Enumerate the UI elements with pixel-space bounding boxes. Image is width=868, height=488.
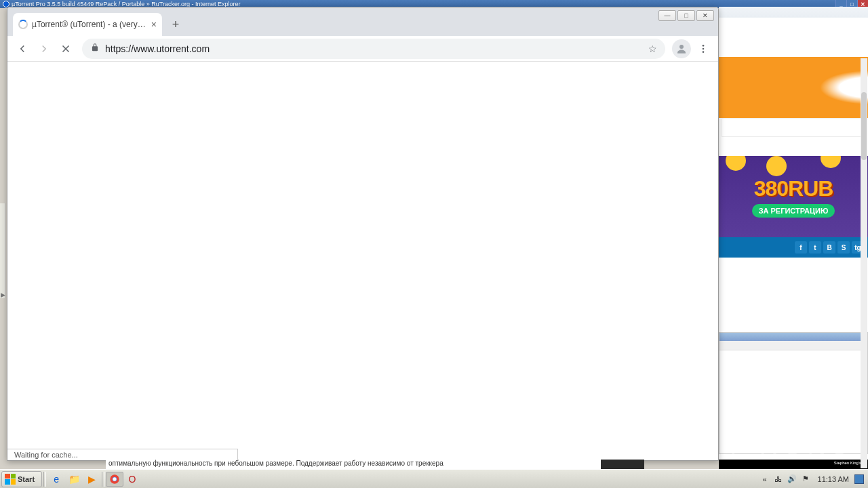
lock-icon[interactable] (90, 43, 100, 54)
taskbar-separator (102, 472, 104, 487)
chrome-system-buttons: — □ ✕ (658, 10, 714, 21)
movie-subtitle: Stephen King's (834, 461, 861, 465)
chrome-maximize-button[interactable]: □ (677, 10, 695, 21)
taskbar-separator (43, 472, 46, 487)
coins-graphic (726, 156, 746, 171)
ie-expand-arrow-icon[interactable]: ▶ (1, 291, 5, 298)
content-block (722, 118, 865, 137)
new-tab-button[interactable]: + (166, 15, 185, 34)
chrome-status-bar: Waiting for cache... (7, 449, 238, 460)
ie-scrollbar[interactable] (861, 58, 867, 468)
tab-title: µTorrent® (uTorrent) - a (very) tiny (32, 20, 147, 29)
chrome-minimize-button[interactable]: — (658, 10, 676, 21)
svg-point-2 (703, 47, 705, 49)
taskbar-explorer-icon[interactable]: 📁 (65, 472, 83, 487)
profile-button[interactable] (672, 39, 691, 58)
tray-expand-icon[interactable]: « (760, 474, 770, 485)
start-label: Start (18, 475, 35, 483)
social-twitter-icon[interactable]: t (809, 241, 821, 253)
chrome-window: — □ ✕ µTorrent® (uTorrent) - a (very) ti… (7, 7, 719, 461)
chrome-content-area: Waiting for cache... (7, 62, 718, 460)
svg-point-3 (703, 51, 705, 53)
chrome-tab-active[interactable]: µTorrent® (uTorrent) - a (very) tiny × (13, 13, 162, 36)
svg-point-6 (113, 477, 116, 481)
taskbar: Start e 📁 ▶ O « 🖧 🔊 ⚑ 11:13 AM (0, 469, 868, 488)
taskbar-ie-icon[interactable]: e (47, 472, 65, 487)
bookmark-star-icon[interactable]: ☆ (648, 43, 657, 54)
system-tray: « 🖧 🔊 ⚑ 11:13 AM (760, 474, 868, 485)
chrome-tabstrip-area: — □ ✕ µTorrent® (uTorrent) - a (very) ti… (7, 7, 718, 36)
social-skype-icon[interactable]: S (837, 241, 850, 253)
chrome-menu-button[interactable] (694, 39, 713, 58)
ie-left-bar (0, 203, 5, 298)
social-vk-icon[interactable]: B (823, 241, 835, 253)
description-text: оптимальную функциональность при небольш… (106, 460, 644, 469)
address-bar[interactable]: https://www.utorrent.com ☆ (82, 39, 665, 59)
dark-block (601, 460, 644, 469)
taskbar-media-icon[interactable]: ▶ (83, 472, 100, 487)
orange-ad-banner[interactable] (719, 57, 868, 118)
social-facebook-icon[interactable]: f (795, 241, 807, 253)
forward-button[interactable] (35, 39, 54, 58)
tray-flag-icon[interactable]: ⚑ (800, 474, 811, 485)
stop-reload-button[interactable] (56, 39, 75, 58)
movie-ad-banner[interactable]: Stephen King's LANGOLIERS (719, 460, 868, 469)
tray-network-icon[interactable]: 🖧 (773, 474, 784, 485)
registration-pill: ЗА РЕГИСТРАЦИЮ (752, 204, 835, 218)
casino-ad-banner[interactable]: 380RUB ЗА РЕГИСТРАЦИЮ (719, 156, 868, 237)
chrome-toolbar: https://www.utorrent.com ☆ (7, 36, 718, 62)
chrome-close-button[interactable]: ✕ (696, 10, 714, 21)
start-button[interactable]: Start (1, 471, 42, 487)
url-text: https://www.utorrent.com (105, 43, 643, 54)
loading-spinner-icon (18, 20, 28, 29)
utorrent-screenshot[interactable] (719, 332, 868, 454)
social-bar: f t B S tg (719, 237, 868, 258)
ie-page-content: 380RUB ЗА РЕГИСТРАЦИЮ f t B S tg Stephen… (719, 18, 868, 469)
tab-close-icon[interactable]: × (151, 19, 157, 30)
chrome-tabs: µTorrent® (uTorrent) - a (very) tiny × + (7, 7, 718, 36)
taskbar-chrome-icon[interactable] (106, 472, 123, 487)
rub-amount: 380RUB (754, 176, 833, 201)
svg-point-1 (703, 45, 705, 47)
ie-scrollbar-thumb[interactable] (861, 92, 867, 160)
back-button[interactable] (13, 39, 32, 58)
tray-volume-icon[interactable]: 🔊 (787, 474, 797, 485)
show-desktop-button[interactable] (854, 474, 864, 484)
windows-logo-icon (5, 474, 16, 485)
svg-point-0 (679, 45, 684, 49)
taskbar-opera-icon[interactable]: O (123, 472, 141, 487)
tray-clock[interactable]: 11:13 AM (818, 475, 849, 483)
